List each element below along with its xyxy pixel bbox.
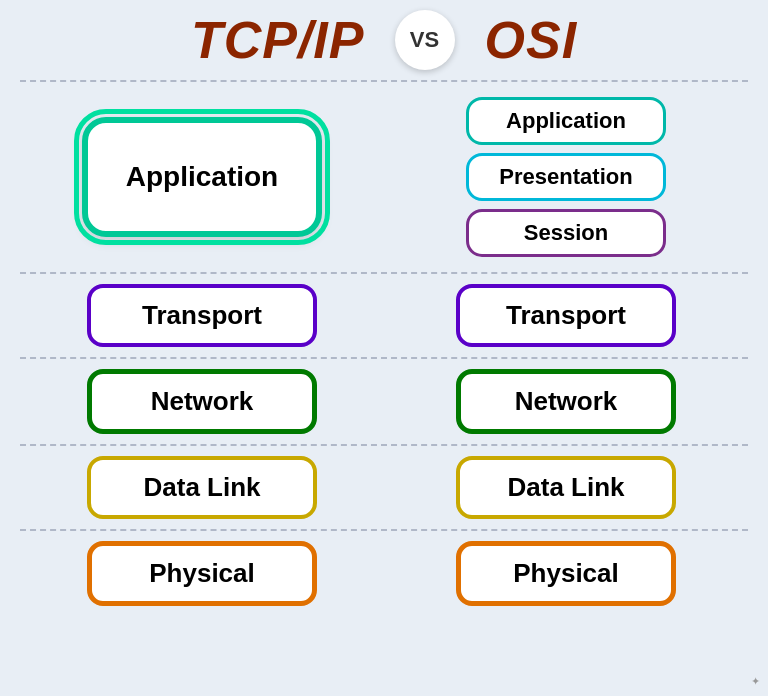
osi-presentation-label: Presentation [499, 164, 632, 190]
tcpip-physical-label: Physical [149, 558, 255, 589]
osi-physical-pill: Physical [456, 541, 676, 606]
datalink-row: Data Link Data Link [20, 444, 748, 529]
tcpip-network-label: Network [151, 386, 254, 417]
application-row: Application Application Presentation Ses… [20, 80, 748, 272]
osi-title: OSI [485, 10, 578, 70]
application-left: Application [20, 97, 384, 257]
physical-left: Physical [20, 541, 384, 606]
physical-row: Physical Physical [20, 529, 748, 616]
osi-application-pill: Application [466, 97, 666, 145]
osi-session-pill: Session [466, 209, 666, 257]
physical-right: Physical [384, 541, 748, 606]
osi-network-pill: Network [456, 369, 676, 434]
watermark: ✦ [751, 675, 760, 688]
tcpip-datalink-pill: Data Link [87, 456, 317, 519]
osi-transport-pill: Transport [456, 284, 676, 347]
transport-row: Transport Transport [20, 272, 748, 357]
tcpip-transport-label: Transport [142, 300, 262, 331]
network-row: Network Network [20, 357, 748, 444]
tcpip-transport-pill: Transport [87, 284, 317, 347]
osi-datalink-label: Data Link [507, 472, 624, 503]
vs-badge: VS [395, 10, 455, 70]
osi-physical-label: Physical [513, 558, 619, 589]
datalink-right: Data Link [384, 456, 748, 519]
vs-label: VS [410, 27, 439, 53]
tcpip-application-label: Application [126, 161, 278, 193]
tcpip-application-pill: Application [82, 117, 322, 237]
transport-left: Transport [20, 284, 384, 347]
osi-presentation-pill: Presentation [466, 153, 666, 201]
tcpip-title: TCP/IP [191, 10, 365, 70]
osi-session-label: Session [524, 220, 608, 246]
application-right: Application Presentation Session [384, 97, 748, 257]
osi-network-label: Network [515, 386, 618, 417]
main-container: TCP/IP VS OSI Application Application Pr… [0, 0, 768, 696]
osi-application-label: Application [506, 108, 626, 134]
datalink-left: Data Link [20, 456, 384, 519]
network-left: Network [20, 369, 384, 434]
tcpip-network-pill: Network [87, 369, 317, 434]
network-right: Network [384, 369, 748, 434]
tcpip-physical-pill: Physical [87, 541, 317, 606]
osi-datalink-pill: Data Link [456, 456, 676, 519]
osi-transport-label: Transport [506, 300, 626, 331]
header: TCP/IP VS OSI [20, 10, 748, 70]
tcpip-datalink-label: Data Link [143, 472, 260, 503]
transport-right: Transport [384, 284, 748, 347]
